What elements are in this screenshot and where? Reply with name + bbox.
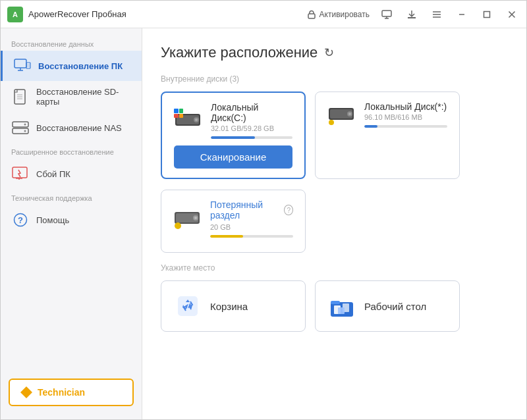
disk-card-row-star: Локальный Диск(*:) 96.10 MB/616 MB [327,101,447,128]
sidebar-section-support: Техническая поддержка [1,189,142,205]
location-card-desktop[interactable]: Рабочий стол [315,280,460,332]
nas-recovery-icon [11,118,30,137]
maximize-icon[interactable] [479,7,495,22]
svg-rect-2 [308,14,315,18]
page-title: Укажите расположение [161,44,318,61]
app-logo: A [7,7,23,22]
desktop-icon [329,293,355,319]
sd-recovery-icon [11,88,30,106]
technician-label: Technician [38,387,85,398]
lost-partition-name: Потерянный раздел ? [210,199,293,221]
svg-rect-34 [338,307,345,314]
monitor-icon[interactable] [379,7,395,22]
disks-grid: Локальный Диск(C:) 32.01 GB/59.28 GB Ска… [161,92,508,179]
internal-disks-label: Внутренние диски (3) [161,74,508,84]
sidebar-item-sd-recovery[interactable]: Восстановление SD-карты [1,81,142,113]
disk-size-c: 32.01 GB/59.28 GB [211,124,292,132]
disk-progress-bg-c [211,136,292,139]
location-card-recycle[interactable]: Корзина [161,280,306,332]
disk-progress-bg-star [364,125,447,128]
refresh-icon[interactable]: ↻ [324,45,334,60]
sidebar-item-label-help: Помощь [36,215,69,225]
disk-progress-fill-star [364,125,377,128]
sidebar-item-label-nas: Восстановление NAS [36,123,122,133]
disk-name-c: Локальный Диск(C:) [211,102,292,123]
titlebar-actions: Активировать [307,7,520,22]
lock-icon [307,10,316,19]
location-section-label: Укажите место [161,263,508,273]
scan-btn-area-c: Сканирование [174,145,292,169]
svg-point-11 [24,124,26,126]
disk-icon-c [174,109,203,132]
sidebar-item-nas-recovery[interactable]: Восстановление NAS [1,113,142,143]
svg-point-27 [194,217,197,219]
disk-info-c: Локальный Диск(C:) 32.01 GB/59.28 GB [211,102,292,139]
close-icon[interactable] [504,7,520,22]
lost-progress-bg [210,235,293,238]
lost-partition-info: Потерянный раздел ? 20 GB [210,199,293,238]
disk-progress-fill-c [211,136,255,139]
titlebar-icons [379,7,520,22]
titlebar: A ApowerRecover Пробная Активировать [1,1,526,28]
app-title: ApowerRecover Пробная [28,9,307,19]
disk-icon-star [327,103,356,126]
disk-card-row-c: Локальный Диск(C:) 32.01 GB/59.28 GB [174,102,292,139]
lost-partition-card[interactable]: Потерянный раздел ? 20 GB [161,190,306,253]
sidebar: Восстановление данных Восстановление ПК [1,28,142,419]
svg-text:A: A [13,11,18,18]
recycle-icon [175,293,201,319]
question-badge: ? [284,205,293,215]
sidebar-item-label-sd: Восстановление SD-карты [36,87,131,107]
svg-rect-5 [14,59,26,68]
sidebar-section-advanced: Расширенное восстановление [1,143,142,159]
desktop-label: Рабочий стол [364,301,426,312]
lost-partition-size: 20 GB [210,223,293,231]
content-area: Укажите расположение ↻ Внутренние диски … [142,28,526,419]
location-cards: Корзина [161,280,508,332]
disk-name-star: Локальный Диск(*:) [364,101,447,112]
content-header: Укажите расположение ↻ [161,44,508,61]
download-icon[interactable] [404,7,420,22]
menu-icon[interactable] [429,7,445,22]
svg-rect-4 [484,11,490,17]
pc-recovery-icon [13,57,32,75]
lost-progress-fill [210,235,243,238]
sidebar-item-label-crash: Сбой ПК [36,169,70,179]
sidebar-section-data: Восстановление данных [1,35,142,51]
help-icon: ? [11,211,30,229]
svg-point-23 [348,113,351,115]
svg-rect-7 [27,64,30,67]
diamond-icon [20,386,32,398]
technician-button[interactable]: Technician [9,379,134,406]
scan-button[interactable]: Сканирование [174,145,292,169]
recycle-bin-label: Корзина [210,301,248,312]
svg-rect-31 [331,301,340,304]
sidebar-item-pc-crash[interactable]: Сбой ПК [1,159,142,189]
svg-point-12 [24,130,26,132]
pc-crash-icon [11,165,30,183]
svg-rect-3 [382,11,391,16]
disk-card-c[interactable]: Локальный Диск(C:) 32.01 GB/59.28 GB Ска… [161,92,306,179]
disk-info-star: Локальный Диск(*:) 96.10 MB/616 MB [364,101,447,128]
disk-card-star[interactable]: Локальный Диск(*:) 96.10 MB/616 MB [315,92,460,179]
minimize-icon[interactable] [454,7,470,22]
app-window: A ApowerRecover Пробная Активировать [0,0,527,420]
svg-point-19 [195,118,198,121]
lost-partition-row: Потерянный раздел ? 20 GB [173,199,293,238]
location-section: Укажите место [161,263,508,332]
sidebar-item-label-pc: Восстановление ПК [38,61,123,71]
disk-size-star: 96.10 MB/616 MB [364,113,447,121]
svg-text:?: ? [18,215,23,225]
sidebar-item-pc-recovery[interactable]: Восстановление ПК [1,51,142,81]
sidebar-item-help[interactable]: ? Помощь [1,205,142,235]
lost-partition-icon [173,207,202,230]
main-layout: Восстановление данных Восстановление ПК [1,28,526,419]
activate-button[interactable]: Активировать [307,10,370,19]
